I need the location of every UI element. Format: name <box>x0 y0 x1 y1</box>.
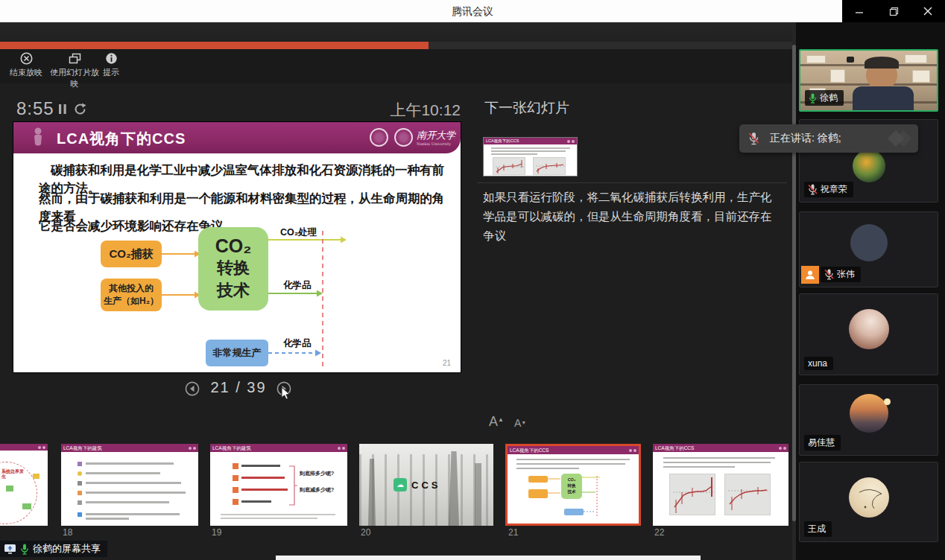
triangle-up-icon: ▲ <box>498 416 504 423</box>
end-show-button[interactable]: 结束放映 <box>6 52 46 82</box>
filmstrip-slide-22-number: 22 <box>654 527 664 538</box>
window-title: 腾讯会议 <box>0 0 945 22</box>
panel-divider <box>477 182 787 183</box>
restore-icon <box>889 7 899 16</box>
avatar <box>853 150 885 182</box>
filmstrip-slide-18[interactable]: LCA视角下的建筑 <box>61 444 198 526</box>
previous-slide-button[interactable] <box>185 381 200 396</box>
mic-muted-icon <box>748 132 759 145</box>
current-time: 上午10:12 <box>369 100 461 121</box>
use-slideshow-label: 使用幻灯片放映 <box>50 68 99 88</box>
participant-tile-wangcheng[interactable]: 王成 <box>799 462 938 542</box>
diagram-node-conversion: CO₂ 转换 技术 <box>198 227 268 311</box>
mini-question-2: 到底减多少呢? <box>300 486 334 494</box>
slideshow-progress-fill <box>0 42 429 49</box>
filmstrip-slide-partial[interactable]: 系统边界发生 <box>0 444 48 526</box>
pause-icon <box>58 104 67 115</box>
mini-logo-dots <box>189 447 196 450</box>
filmstrip-slide-22[interactable]: LCA视角下的CCS <box>653 444 788 526</box>
tips-label: 提示 <box>103 68 119 77</box>
next-thumb-header: LCA视角下的CCS <box>484 138 577 144</box>
diagram-node-other-inputs: 其他投入的 生产（如H₂） <box>101 279 162 311</box>
participant-tile-xuhe[interactable]: 徐鹤 <box>799 49 938 112</box>
close-button[interactable] <box>911 0 945 22</box>
filmstrip-slide-21-number: 21 <box>508 527 518 538</box>
next-slide-heading: 下一张幻灯片 <box>484 98 569 118</box>
mini-logo-dots <box>338 447 345 450</box>
current-slide[interactable]: LCA视角下的CCS 南开大学 Nankai University 碳捕获和利用… <box>13 122 461 372</box>
mini-red-caption: 系统边界发生 <box>1 469 27 480</box>
label-chemicals-bottom: 化学品 <box>283 337 312 350</box>
diagram-node-co2-capture: CO₂捕获 <box>101 241 162 267</box>
screen-share-icon <box>4 544 16 554</box>
mini-chart-right <box>724 474 771 515</box>
use-slideshow-button[interactable]: 使用幻灯片放映 <box>46 52 103 82</box>
close-icon <box>923 7 932 16</box>
slide-page-number: 21 <box>443 359 451 367</box>
avatar <box>850 224 888 261</box>
avatar <box>849 309 889 349</box>
label-chemicals-top: 化学品 <box>283 279 312 292</box>
speaking-indicator-text: 正在讲话: 徐鹤; <box>770 132 841 145</box>
mic-on-icon <box>809 93 817 104</box>
mini-slide-header: LCA视角下的CCS <box>508 446 639 454</box>
filmstrip-slide-21-current[interactable]: LCA视角下的CCS CO₂转换技术 <box>505 444 641 526</box>
window-titlebar: 腾讯会议 <box>0 0 945 22</box>
restart-timer-button[interactable] <box>73 102 87 119</box>
next-thumb-chart-right <box>533 157 566 175</box>
end-show-label: 结束放映 <box>10 68 42 77</box>
next-thumb-chart-left <box>493 157 525 175</box>
nankai-emblem-icon <box>370 128 388 147</box>
avatar-ink-sketch <box>856 485 886 512</box>
participants-scrollbar[interactable] <box>792 45 796 521</box>
mini-chart-left <box>669 474 715 515</box>
mini-logo-dots <box>567 140 575 143</box>
mini-logo-dots <box>629 449 636 452</box>
mouse-cursor <box>281 386 293 401</box>
participant-name-badge: xuna <box>804 357 833 370</box>
minimize-icon <box>855 7 864 16</box>
participant-name-badge: 张伟 <box>821 267 861 282</box>
avatar <box>850 394 888 433</box>
participant-tile-yijiahui[interactable]: 易佳慧 <box>799 384 938 456</box>
mini-slide-header: LCA视角下的建筑 <box>210 444 347 452</box>
mini-diagram-lines <box>548 476 612 521</box>
speaking-indicator-banner: 正在讲话: 徐鹤; <box>739 124 918 153</box>
mini-question-1: 到底排多少呢? <box>300 470 334 477</box>
filmstrip-slide-19[interactable]: LCA视角下的建筑 到底排多少呢? 到底减多少呢? <box>210 444 347 526</box>
pause-timer-button[interactable] <box>58 104 67 118</box>
university-name-en: Nankai University <box>417 141 451 146</box>
tencent-meeting-window: 腾讯会议 结束放映 使用幻灯片放映 提示 8:55 <box>0 0 945 560</box>
university-name: 南开大学 <box>417 129 455 142</box>
background-window-edge <box>276 556 701 560</box>
mini-slide-header: LCA视角下的CCS <box>653 444 788 452</box>
person-body <box>853 86 914 112</box>
hand-raised-person-badge <box>801 266 819 284</box>
restore-button[interactable] <box>876 0 911 22</box>
mini-ccs-label: CCS <box>411 480 440 491</box>
mic-muted-icon <box>808 184 818 195</box>
mic-on-icon <box>20 544 29 555</box>
mic-muted-icon <box>824 269 834 280</box>
tips-icon <box>101 52 121 66</box>
mini-bracket <box>288 465 298 506</box>
label-co2-treatment: CO₂处理 <box>280 226 317 239</box>
participant-name-badge: 易佳慧 <box>804 435 841 451</box>
shelf-camera <box>847 57 854 63</box>
participant-tile-zhangwei[interactable]: 张伟 <box>799 211 938 287</box>
person-hair <box>865 57 899 69</box>
figure-silhouette-icon <box>30 127 46 152</box>
person-icon <box>805 270 815 280</box>
slide-header: LCA视角下的CCS 南开大学 Nankai University <box>13 122 461 153</box>
font-decrease-button[interactable]: A▼ <box>514 417 526 429</box>
meeting-watermark-icon <box>890 133 909 144</box>
avatar-sun-detail <box>884 398 891 405</box>
minimize-button[interactable] <box>842 0 876 22</box>
filmstrip-slide-20[interactable]: ☁ CCS <box>359 444 493 526</box>
font-increase-button[interactable]: A▲ <box>489 414 504 430</box>
tips-button[interactable]: 提示 <box>101 52 121 82</box>
filmstrip-slide-20-number: 20 <box>361 527 370 538</box>
participant-name-badge: 王成 <box>804 521 832 537</box>
next-slide-thumbnail[interactable]: LCA视角下的CCS <box>483 137 578 176</box>
participant-tile-xuna[interactable]: xuna <box>799 293 938 375</box>
